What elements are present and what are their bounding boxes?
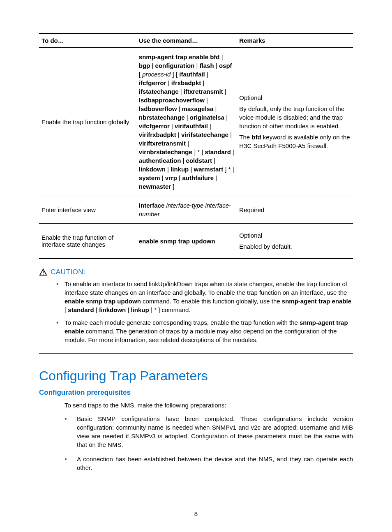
cell-todo: Enable the trap function of interface st…	[39, 224, 136, 259]
body-list-item: Basic SNMP configurations have been comp…	[65, 414, 353, 449]
table-row: Enter interface viewinterface interface-…	[39, 196, 353, 224]
cell-command: enable snmp trap updown	[136, 224, 237, 259]
intro-text: To send traps to the NMS, make the follo…	[65, 401, 353, 409]
svg-rect-0	[43, 271, 44, 273]
table-row: Enable the trap function of interface st…	[39, 224, 353, 259]
caution-item: To enable an interface to send linkUp/li…	[65, 280, 353, 314]
cell-remarks: Required	[237, 196, 353, 224]
th-todo: To do…	[39, 33, 136, 48]
cell-remarks: OptionalEnabled by default.	[237, 224, 353, 259]
cell-remarks: OptionalBy default, only the trap functi…	[237, 48, 353, 196]
caution-label: CAUTION:	[51, 268, 85, 276]
subsection-heading: Configuration prerequisites	[39, 389, 353, 397]
section-heading: Configuring Trap Parameters	[39, 368, 353, 384]
cell-todo: Enter interface view	[39, 196, 136, 224]
page-number: 8	[0, 510, 392, 517]
command-table: To do… Use the command… Remarks Enable t…	[39, 33, 353, 259]
caution-block: CAUTION: To enable an interface to send …	[39, 268, 353, 354]
svg-rect-1	[43, 274, 44, 275]
th-remarks: Remarks	[237, 33, 353, 48]
cell-command: interface interface-type interface-numbe…	[136, 196, 237, 224]
cell-todo: Enable the trap function globally	[39, 48, 136, 196]
caution-item: To make each module generate correspondi…	[65, 318, 353, 344]
body-list-item: A connection has been established betwee…	[65, 455, 353, 472]
caution-icon	[39, 268, 47, 276]
th-cmd: Use the command…	[136, 33, 237, 48]
cell-command: snmp-agent trap enable bfd | bgp | confi…	[136, 48, 237, 196]
table-row: Enable the trap function globallysnmp-ag…	[39, 48, 353, 196]
